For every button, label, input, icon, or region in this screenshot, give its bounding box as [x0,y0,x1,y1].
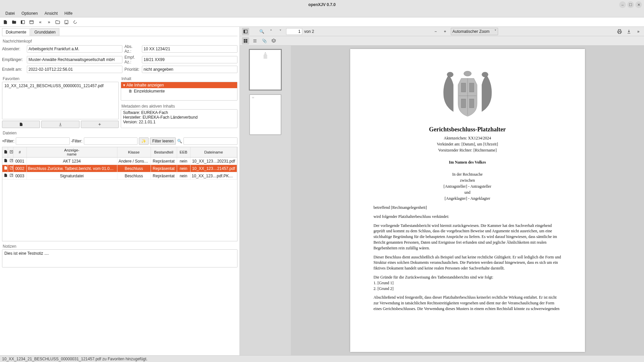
th-dateiname[interactable]: Dateiname [190,147,237,158]
pdf-thumbnails[interactable]: ▲░░░░░░░░░░░░░░░░░░ ░░░ [240,46,291,355]
row-num: 0003 [13,172,26,180]
chevron-down-icon: ˅ [494,29,496,34]
filter-clear-button[interactable]: Filter leeren [150,137,176,145]
field-created: 2022-02-10T12:22:56.01 [27,66,122,73]
toggle-preview-icon[interactable] [28,19,35,25]
favorite-item[interactable]: 10_XX_1234_21_BESCHLUSS_00000031_121457.… [3,83,118,89]
export-icon[interactable] [54,19,61,25]
menu-help[interactable]: Hilfe [61,10,76,17]
meta-line1: Software: EUREKA-Fach [123,110,235,115]
menu-options[interactable]: Optionen [18,10,41,17]
pdf-zoom-out-icon[interactable]: − [432,28,439,35]
export-pdf-icon[interactable] [63,19,70,25]
tab-basedata[interactable]: Grunddaten [31,28,59,36]
toggle-panel-icon[interactable] [19,19,26,25]
pdf-layers-icon[interactable] [270,37,277,45]
pdf-search-icon[interactable]: 🔍 [258,28,265,35]
field-empf-az: 18/21 XX99 [142,56,237,63]
row-page-icon[interactable] [2,165,8,172]
menu-file[interactable]: Datei [2,10,18,17]
favorites-list[interactable]: 10_XX_1234_21_BESCHLUSS_00000031_121457.… [2,82,119,119]
th-anzeige[interactable]: Anzeige- name [26,147,117,158]
table-row[interactable]: 0002Beschluss Zurückw. Tatbest.bericht. … [2,165,237,172]
content-single-item[interactable]: 🗎 Einzeldokumente [121,88,237,94]
pdf-page-area[interactable]: Gerichtsbeschluss-Platzhalter Aktenzeich… [291,46,644,355]
filter-plus-input[interactable] [16,137,70,145]
th-klasse[interactable]: Klasse [117,147,151,158]
tabs: Dokumente Grunddaten [2,28,237,36]
filter-wand-button[interactable]: ✨ [139,137,149,145]
fav-download-button[interactable] [41,121,79,128]
pdf-thumbs-icon[interactable] [242,37,249,45]
row-bestandteil: Repräsentat [151,158,177,165]
th-eeb[interactable]: EEB [177,147,190,158]
pdf-download-icon[interactable] [625,28,633,35]
open-folder-icon[interactable] [11,19,17,25]
field-sender: Arbeitsgericht Frankfurt a.M. [27,45,122,53]
pdf-thumb-1[interactable]: ▲░░░░░░░░░░░░░░░░░░ [250,50,281,90]
close-button[interactable]: ✕ [635,1,642,8]
metadata-box[interactable]: Software: EUREKA-Fach Hersteller: EUREKA… [121,109,237,128]
row-klasse: Beschluss [117,165,151,172]
next-icon[interactable]: » [46,19,52,25]
maximize-button[interactable]: ☐ [627,1,634,8]
pdf-print-icon[interactable] [616,28,623,35]
pdf-zoom-select[interactable]: Automatischer Zoom ˅ [451,28,498,35]
row-open-icon[interactable] [8,172,13,180]
pdf-thumb-2[interactable]: ░░░ [250,95,281,135]
pdf-sidebar-toggle[interactable] [242,28,249,35]
th-bestandteil[interactable]: Bestandteil [151,147,177,158]
row-eeb: nein [177,172,190,180]
row-dateiname: 10_XX_123…20231.pdf [190,158,237,165]
pdf-page-up-icon[interactable]: ˄ [267,28,275,35]
tab-documents[interactable]: Dokumente [2,28,30,36]
files-table[interactable]: # Anzeige- name Klasse Bestandteil EEB D… [2,147,237,241]
th-icon2[interactable] [8,147,13,158]
doc-az: Aktenzeichen: XX1234/2024 [374,135,561,141]
content-all-item[interactable]: ▾ Alle Inhalte anzeigen [121,82,237,88]
pdf-more-icon[interactable]: » [635,28,642,35]
left-panel: Dokumente Grunddaten Nachrichtenkopf Abs… [0,27,239,355]
pdf-outline-icon[interactable] [251,37,259,45]
pdf-page-down-icon[interactable]: ˅ [277,28,284,35]
prev-icon[interactable]: « [37,19,44,25]
svg-rect-12 [246,39,248,41]
table-row[interactable]: 0003SignaturdateiBeschlussRepräsentatnei… [2,172,237,180]
open-file-icon[interactable] [2,19,9,25]
row-eeb: nein [177,158,190,165]
content-tree[interactable]: ▾ Alle Inhalte anzeigen 🗎 Einzeldokument… [121,82,237,101]
menu-view[interactable]: Ansicht [41,10,61,17]
fav-open-button[interactable] [2,121,40,128]
doc-p5: Die Gründe für die Zurückweisung des Tat… [374,275,561,291]
fav-add-button[interactable] [81,121,119,128]
pdf-page-total: von 2 [304,29,314,34]
coat-of-arms-icon [436,66,499,123]
filter-minus-input[interactable] [84,137,138,145]
refresh-icon[interactable] [72,19,78,25]
pdf-page-input[interactable] [286,28,302,35]
row-open-icon[interactable] [8,165,13,172]
row-num: 0001 [13,158,26,165]
pdf-attach-icon[interactable]: 📎 [261,37,268,45]
doc-volk: Im Namen des Volkes [374,159,561,165]
doc-title: Gerichtsbeschluss-Platzhalter [374,126,561,133]
pdf-viewer: 🔍 ˄ ˅ von 2 − + Automatischer Zoom ˅ » 📎 [239,27,644,355]
notes-textarea[interactable]: Dies ist eine Testnotiz .... [2,249,237,267]
section-msgheader: Nachrichtenkopf [3,39,237,44]
th-num[interactable]: # [13,147,26,158]
th-icon1[interactable] [2,147,8,158]
minimize-button[interactable]: – [619,1,626,8]
row-page-icon[interactable] [2,172,8,180]
svg-rect-10 [244,30,245,33]
pdf-zoom-in-icon[interactable]: + [441,28,449,35]
statusbar-text: 10_XX_1234_21_BESCHLUSS_00000031_121457.… [2,357,148,361]
search-input[interactable] [183,137,237,145]
svg-rect-14 [246,41,248,43]
table-row[interactable]: 0001AKT 1234Andere / SonstigeRepräsentat… [2,158,237,165]
row-bestandteil: Repräsentat [151,165,177,172]
row-open-icon[interactable] [8,158,13,165]
row-page-icon[interactable] [2,158,8,165]
doc-verk: Verkündet am: [Datum], um [Uhrzeit] [374,141,561,147]
svg-rect-22 [469,99,474,108]
msgheader-form: Absender: Arbeitsgericht Frankfurt a.M. … [2,44,237,73]
